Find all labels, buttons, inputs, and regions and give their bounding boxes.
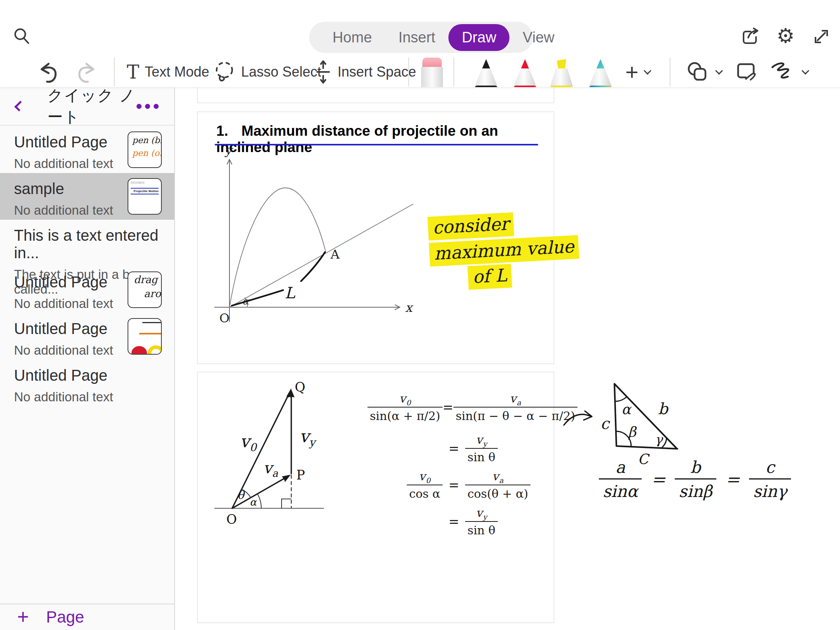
share-icon[interactable] bbox=[739, 26, 762, 47]
lasso-select-label: Lasso Select bbox=[241, 64, 321, 80]
chevron-down-icon bbox=[802, 67, 809, 75]
page-subtitle: No additional text bbox=[14, 390, 174, 404]
note-canvas[interactable]: 1.Maximum distance of projectile on an i… bbox=[176, 88, 840, 630]
page-list-item[interactable]: Untitled Page No additional text bbox=[0, 313, 174, 360]
ink-to-text-icon bbox=[734, 60, 759, 84]
eraser-tool[interactable] bbox=[420, 58, 444, 88]
triangle-side-c-bottom-label: C bbox=[638, 451, 650, 467]
equation-row: v0sin(α + π/2) = vasin(π − θ − α − π/2) bbox=[369, 392, 556, 423]
handwritten-triangle: α β γ b c C bbox=[564, 384, 677, 467]
add-page-button[interactable]: + Page bbox=[0, 604, 174, 630]
toolbar-divider bbox=[408, 58, 409, 86]
page-list-item[interactable]: Untitled Page No additional text bbox=[0, 360, 174, 406]
eraser-body bbox=[421, 67, 443, 88]
insert-space-icon bbox=[314, 60, 332, 84]
toolbar-divider bbox=[114, 58, 115, 86]
page-thumbnail: 2021/08/23 Projectile Motion bbox=[128, 178, 162, 215]
pen-cone bbox=[550, 68, 573, 86]
notebook-title: クイック ノート bbox=[47, 85, 136, 128]
pen-ring bbox=[514, 86, 536, 88]
lasso-icon bbox=[213, 60, 236, 84]
scribble-icon bbox=[769, 60, 796, 84]
handwritten-sine-rule: asinα = bsinβ = csinγ bbox=[599, 458, 791, 501]
equation-block: v0sin(α + π/2) = vasin(π − θ − α − π/2) … bbox=[369, 392, 556, 547]
triangle-alpha-label: α bbox=[621, 401, 632, 417]
text-mode-label: Text Mode bbox=[145, 64, 209, 80]
sidebar-header: クイック ノート bbox=[0, 88, 174, 126]
page-list-item-selected[interactable]: sample No additional text 2021/08/23 Pro… bbox=[0, 173, 174, 220]
page-thumbnail: drag arou bbox=[128, 271, 162, 308]
equation-row: v0cos α = vacos(θ + α) bbox=[369, 469, 556, 500]
tab-view[interactable]: View bbox=[509, 24, 568, 51]
eraser-cap bbox=[422, 58, 442, 68]
page-list-item[interactable]: Untitled Page No additional text pen (bl… bbox=[0, 126, 174, 173]
lasso-select-button[interactable]: Lasso Select bbox=[213, 58, 321, 86]
ink-replay-button[interactable] bbox=[769, 58, 808, 86]
plus-icon: + bbox=[17, 609, 29, 625]
page-list-item[interactable]: This is a text entered in... The text is… bbox=[0, 220, 174, 266]
yellow-highlighter-tool[interactable] bbox=[549, 59, 574, 88]
more-options-icon[interactable] bbox=[136, 104, 159, 109]
red-pen-tip bbox=[521, 59, 529, 69]
tab-insert[interactable]: Insert bbox=[385, 24, 448, 51]
pen-cone bbox=[475, 68, 497, 86]
chevron-down-icon bbox=[715, 67, 723, 75]
insert-space-button[interactable]: Insert Space bbox=[314, 58, 416, 86]
undo-button[interactable] bbox=[37, 58, 59, 86]
text-mode-button[interactable]: T Text Mode bbox=[127, 58, 209, 86]
teal-pen-tip bbox=[596, 59, 605, 69]
triangle-gamma-label: γ bbox=[655, 432, 663, 447]
chevron-down-icon bbox=[644, 67, 651, 75]
teal-galaxy-pen-tool[interactable] bbox=[588, 59, 613, 88]
add-page-label: Page bbox=[46, 608, 84, 626]
text-mode-icon: T bbox=[127, 61, 139, 83]
page-thumbnail bbox=[128, 318, 162, 355]
blue-underline bbox=[215, 144, 538, 145]
pen-ring bbox=[589, 86, 612, 88]
tab-draw[interactable]: Draw bbox=[448, 24, 509, 51]
triangle-side-c-left-label: c bbox=[600, 415, 610, 432]
section-number: 1. bbox=[216, 123, 228, 139]
black-pen-tool[interactable] bbox=[474, 59, 499, 88]
tab-home[interactable]: Home bbox=[319, 24, 385, 51]
black-pen-tip bbox=[482, 59, 490, 69]
toolbar-divider bbox=[670, 58, 670, 86]
page-list-item[interactable]: Untitled Page No additional text drag ar… bbox=[0, 266, 174, 313]
shapes-button[interactable] bbox=[685, 58, 722, 86]
content-box-projectile[interactable]: 1.Maximum distance of projectile on an i… bbox=[197, 112, 554, 364]
section-title: 1.Maximum distance of projectile on an i… bbox=[216, 123, 543, 156]
search-icon[interactable] bbox=[11, 25, 33, 47]
triangle-side-b-label: b bbox=[658, 400, 669, 418]
back-chevron-icon[interactable] bbox=[14, 101, 25, 112]
page-thumbnail: pen (bl pen (ora bbox=[128, 131, 162, 168]
page-title: This is a text entered in... bbox=[14, 227, 174, 262]
add-pen-button[interactable]: + bbox=[625, 58, 650, 86]
highlighter-tip bbox=[556, 59, 567, 68]
ribbon-tabs: Home Insert Draw View bbox=[309, 22, 533, 53]
plus-icon: + bbox=[625, 61, 639, 83]
top-app-bar: Home Insert Draw View ⚙ T Text Mode Lass… bbox=[0, 0, 840, 88]
shapes-icon bbox=[685, 60, 710, 84]
ink-to-text-button[interactable] bbox=[734, 58, 759, 86]
pen-ring bbox=[475, 86, 497, 88]
redo-button[interactable] bbox=[76, 58, 98, 86]
toolbar-divider bbox=[453, 58, 454, 86]
page-list-sidebar: クイック ノート Untitled Page No additional tex… bbox=[0, 88, 175, 630]
equation-row: = vysin θ bbox=[369, 506, 556, 537]
pen-cone bbox=[589, 68, 612, 86]
equation-row: = vysin θ bbox=[369, 433, 556, 464]
triangle-beta-label: β bbox=[628, 424, 637, 440]
pen-ring bbox=[550, 86, 573, 88]
red-pen-tool[interactable] bbox=[513, 59, 537, 88]
insert-space-label: Insert Space bbox=[338, 64, 416, 80]
pen-cone bbox=[514, 68, 536, 86]
page-title: Untitled Page bbox=[14, 367, 174, 384]
settings-gear-icon[interactable]: ⚙ bbox=[774, 24, 797, 47]
section-title-text: Maximum distance of projectile on an inc… bbox=[216, 123, 498, 155]
fullscreen-expand-icon[interactable] bbox=[810, 26, 833, 47]
